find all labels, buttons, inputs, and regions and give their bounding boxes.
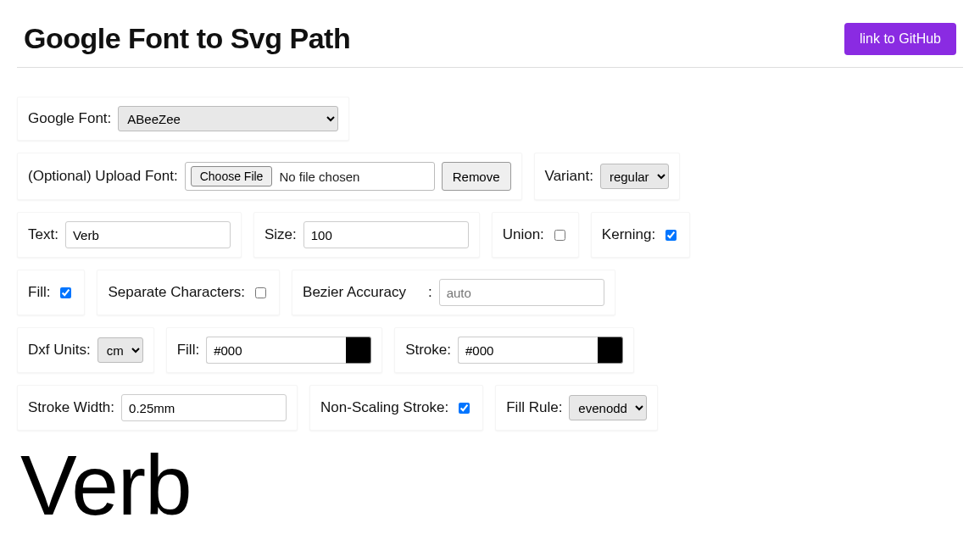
fill-checkbox-group: Fill: [17,270,85,315]
text-label: Text: [28,226,58,243]
fill-color-group: Fill: [166,327,382,373]
google-font-label: Google Font: [28,110,111,127]
github-link-button[interactable]: link to GitHub [844,23,956,55]
size-label: Size: [264,226,297,243]
nonscaling-group: Non-Scaling Stroke: [309,385,483,431]
fill-rule-select[interactable]: evenodd [569,395,647,420]
upload-font-label: (Optional) Upload Font: [28,168,178,185]
dxf-units-group: Dxf Units: cm [17,327,154,373]
size-group: Size: [253,212,480,258]
union-label: Union: [503,226,544,243]
preview-text: Verb [20,442,963,527]
fill-color-input[interactable] [206,337,346,364]
bezier-colon: : [428,284,432,301]
separate-checkbox[interactable] [255,287,266,298]
stroke-color-input[interactable] [458,337,598,364]
kerning-group: Kerning: [591,212,690,258]
text-input[interactable] [65,221,231,248]
svg-preview: Verb [17,442,963,527]
separate-group: Separate Characters: [97,270,280,315]
stroke-color-label: Stroke: [405,342,451,359]
nonscaling-checkbox[interactable] [459,403,470,414]
bezier-label: Bezier Accuracy [303,284,406,301]
file-status-text: No file chosen [279,170,359,184]
union-checkbox[interactable] [554,230,565,241]
separate-label: Separate Characters: [108,284,245,301]
text-group: Text: [17,212,242,258]
stroke-color-swatch[interactable] [598,337,623,364]
variant-group: Variant: regular [534,153,680,200]
google-font-group: Google Font: ABeeZee [17,97,349,141]
kerning-label: Kerning: [602,226,655,243]
stroke-width-label: Stroke Width: [28,399,114,416]
fill-rule-group: Fill Rule: evenodd [495,385,658,431]
bezier-group: Bezier Accuracy : [292,270,615,315]
remove-file-button[interactable]: Remove [442,162,511,191]
fill-color-label: Fill: [177,342,199,359]
google-font-select[interactable]: ABeeZee [118,106,338,131]
stroke-width-group: Stroke Width: [17,385,298,431]
kerning-checkbox[interactable] [665,230,677,241]
stroke-width-input[interactable] [121,394,287,421]
variant-label: Variant: [545,168,593,185]
page-title: Google Font to Svg Path [24,22,350,55]
fill-rule-label: Fill Rule: [506,399,562,416]
nonscaling-label: Non-Scaling Stroke: [320,399,448,416]
fill-color-swatch[interactable] [346,337,371,364]
dxf-units-label: Dxf Units: [28,342,91,359]
upload-font-group: (Optional) Upload Font: Choose File No f… [17,153,522,200]
file-input[interactable]: Choose File No file chosen [185,162,435,191]
fill-checkbox[interactable] [60,287,71,298]
choose-file-button[interactable]: Choose File [191,166,273,186]
stroke-color-group: Stroke: [394,327,634,373]
union-group: Union: [492,212,579,258]
dxf-units-select[interactable]: cm [97,337,143,363]
bezier-input[interactable] [439,279,604,306]
fill-checkbox-label: Fill: [28,284,50,301]
variant-select[interactable]: regular [600,164,669,189]
size-input[interactable] [303,221,469,248]
